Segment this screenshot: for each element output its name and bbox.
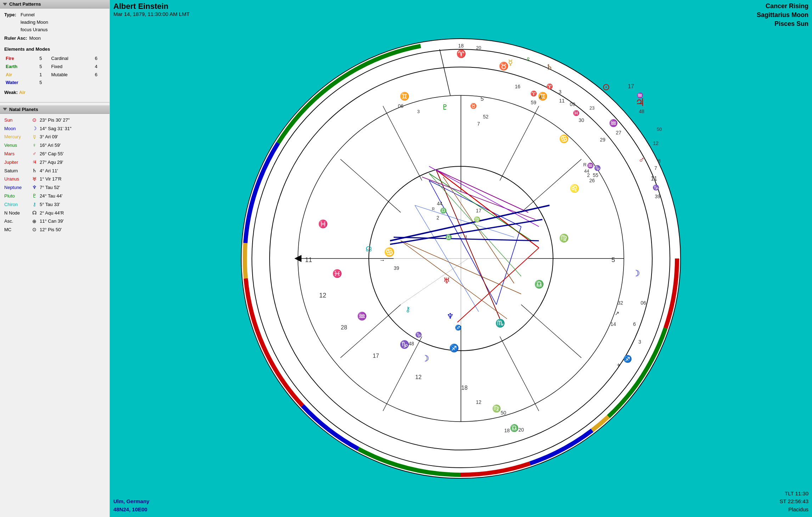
svg-text:♓: ♓ — [573, 110, 580, 116]
svg-text:55: 55 — [593, 172, 598, 178]
chart-area: Albert Einstein Mar 14, 1879, 11:30:00 A… — [110, 0, 812, 517]
water-mode-count — [94, 79, 105, 87]
earth-count: 5 — [38, 63, 50, 71]
person-name: Albert Einstein — [113, 2, 190, 11]
bottom-left-info: Ulm, Germany 48N24, 10E00 — [113, 497, 150, 513]
house-system: Placidus — [780, 506, 808, 514]
svg-text:♒: ♒ — [357, 311, 367, 321]
location-coords: 48N24, 10E00 — [113, 506, 150, 514]
svg-text:♌: ♌ — [570, 184, 580, 193]
svg-text:♈: ♈ — [530, 90, 537, 97]
svg-text:♋: ♋ — [384, 247, 395, 257]
section-divider — [0, 102, 109, 102]
weak-label: Weak: — [4, 90, 18, 95]
tlt-value: TLT 11:30 — [780, 490, 808, 498]
svg-text:♊: ♊ — [400, 91, 410, 101]
svg-text:28: 28 — [341, 324, 347, 330]
water-count: 5 — [38, 79, 50, 87]
svg-text:26: 26 — [589, 178, 595, 183]
svg-text:♆: ♆ — [447, 312, 454, 321]
svg-text:♅: ♅ — [443, 276, 450, 285]
ruler-label: Ruler Asc: — [4, 35, 27, 42]
planet-row-mercury: Mercury ☿ 3° Ari 09' — [4, 133, 105, 141]
planet-name-chiron: Chiron — [4, 201, 29, 209]
svg-text:♏: ♏ — [495, 318, 505, 328]
svg-text:48: 48 — [408, 341, 414, 346]
svg-text:50: 50 — [501, 410, 506, 416]
svg-text:⚷: ⚷ — [405, 305, 411, 313]
svg-text:♍: ♍ — [474, 216, 480, 223]
planet-name-neptune: Neptune — [4, 184, 29, 191]
planet-name-moon: Moon — [4, 125, 29, 133]
svg-text:12: 12 — [319, 292, 326, 299]
svg-text:♓: ♓ — [318, 219, 328, 229]
svg-text:♑: ♑ — [594, 165, 601, 171]
planet-name-mars: Mars — [4, 150, 29, 158]
type-value-1: Funnel — [21, 11, 48, 19]
water-name: Water — [4, 79, 38, 87]
weak-value: Air — [19, 90, 26, 95]
earth-name: Earth — [4, 63, 38, 71]
svg-text:☽: ☽ — [422, 354, 429, 363]
svg-text:♀: ♀ — [525, 55, 531, 63]
chart-patterns-title: Chart Patterns — [9, 1, 41, 7]
svg-text:♎: ♎ — [440, 207, 447, 214]
svg-text:8: 8 — [658, 158, 661, 164]
planet-name-venus: Venus — [4, 141, 29, 149]
svg-text:14: 14 — [610, 321, 616, 327]
chart-patterns-content: Type: Funnel leading Moon focus Uranus R… — [0, 9, 109, 99]
planet-row-jupiter: Jupiter ♃ 27° Aqu 29' — [4, 158, 105, 167]
natal-collapse-icon[interactable] — [3, 108, 7, 111]
svg-text:♐: ♐ — [449, 343, 459, 353]
svg-text:R: R — [432, 207, 435, 211]
planet-degree-asc: 11° Can 39' — [40, 217, 64, 225]
planet-symbol-moon: ☽ — [30, 124, 38, 133]
planet-degree-chiron: 5° Tau 33' — [40, 201, 60, 209]
air-mode-count: 6 — [94, 71, 105, 79]
planet-symbol-saturn: ♄ — [30, 167, 38, 175]
planet-symbol-mercury: ☿ — [30, 133, 38, 141]
planet-degree-moon: 14° Sag 31' 31" — [40, 125, 72, 133]
svg-text:2: 2 — [587, 172, 590, 178]
elements-header: Elements and Modes — [4, 46, 105, 53]
planet-degree-sun: 23° Pis 30' 27" — [40, 116, 70, 124]
planet-symbol-mars: ♂ — [30, 150, 38, 158]
svg-text:1: 1 — [465, 234, 468, 240]
fire-name: Fire — [4, 55, 38, 63]
collapse-icon[interactable] — [3, 3, 7, 6]
svg-text:50: 50 — [657, 127, 662, 132]
svg-text:20: 20 — [518, 427, 524, 433]
svg-text:06: 06 — [398, 103, 404, 109]
svg-text:♎: ♎ — [445, 234, 452, 240]
bottom-right-info: TLT 11:30 ST 22:56:43 Placidus — [780, 490, 808, 514]
svg-text:3: 3 — [638, 339, 641, 345]
natal-planets-header: Natal Planets — [0, 105, 109, 114]
fire-count: 5 — [38, 55, 50, 63]
svg-text:♒: ♒ — [587, 162, 594, 169]
planet-name-sun: Sun — [4, 116, 29, 124]
svg-text:♍: ♍ — [492, 404, 501, 413]
planet-symbol-sun: ⊙ — [30, 116, 38, 124]
svg-text:12: 12 — [653, 140, 659, 146]
svg-text:♐: ♐ — [623, 355, 632, 363]
planet-name-mc: MC — [4, 226, 29, 234]
weak-row: Weak: Air — [4, 89, 105, 96]
svg-text:12: 12 — [476, 399, 481, 405]
svg-text:48: 48 — [639, 109, 644, 114]
planet-name-saturn: Saturn — [4, 167, 29, 175]
planet-row-uranus: Uranus ♅ 1° Vir 17'R — [4, 175, 105, 184]
svg-text:☊: ☊ — [366, 245, 372, 253]
svg-text:18: 18 — [504, 428, 510, 433]
location-city: Ulm, Germany — [113, 497, 150, 506]
svg-text:♍: ♍ — [559, 233, 569, 243]
svg-text:♉: ♉ — [499, 61, 509, 71]
svg-text:♑: ♑ — [415, 332, 422, 338]
natal-planets-content: Sun ⊙ 23° Pis 30' 27" Moon ☽ 14° Sag 31'… — [0, 114, 109, 236]
water-mode — [50, 79, 94, 87]
svg-text:17: 17 — [373, 353, 379, 359]
planet-symbol-nnode: ☊ — [30, 209, 38, 217]
planet-symbol-uranus: ♅ — [30, 175, 38, 184]
st-value: ST 22:56:43 — [780, 497, 808, 506]
planet-name-asc: Asc. — [4, 217, 29, 225]
planet-degree-jupiter: 27° Aqu 29' — [40, 159, 63, 166]
